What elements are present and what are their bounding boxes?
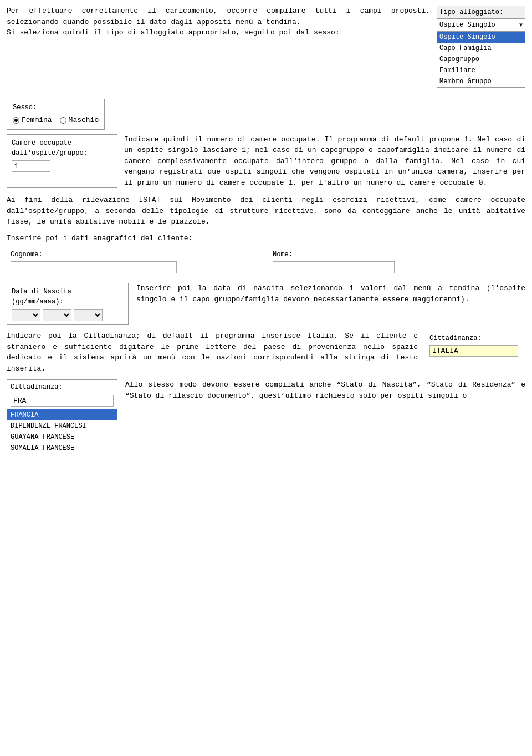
list-item[interactable]: Membro Gruppo (437, 76, 525, 87)
nascita-text-content: Inserire poi la data di nascita selezion… (136, 283, 525, 305)
cittadinanza-paragraph: Indicare poi la Cittadinanza; di default… (7, 331, 418, 374)
sesso-label: Sesso: (13, 103, 99, 113)
fra-section: Cittadinanza: FRANCIA DIPENDENZE FRANCES… (7, 379, 525, 454)
nascita-gg-select[interactable] (12, 309, 40, 321)
cittadinanza-box: Cittadinanza: (426, 331, 525, 359)
istat-text: Ai fini della rilevazione ISTAT sul Movi… (7, 195, 525, 227)
camere-input[interactable] (12, 160, 50, 172)
tipo-alloggiato-box: Tipo alloggiato: Ospite Singolo ▼ Ospite… (437, 6, 525, 88)
cittadinanza-label: Cittadinanza: (429, 333, 521, 343)
camere-text: Indicare quindi il numero di camere occu… (124, 134, 525, 189)
nascita-paragraph: Inserire poi la data di nascita selezion… (136, 283, 525, 305)
fra-input[interactable] (11, 395, 114, 407)
nome-label: Nome: (273, 250, 521, 260)
camere-paragraph: Indicare quindi il numero di camere occu… (124, 134, 525, 189)
camere-block: Camere occupate dall'ospite/gruppo: Indi… (7, 134, 525, 189)
fra-right-text: Allo stesso modo devono essere compilati… (125, 379, 525, 454)
cittadinanza-section: Indicare poi la Cittadinanza; di default… (7, 331, 525, 374)
list-item[interactable]: Capo Famiglia (437, 43, 525, 54)
nascita-label: Data di Nascita (gg/mm/aaaa): (12, 287, 124, 307)
list-item[interactable]: Familiare (437, 65, 525, 76)
cognome-nome-row: Cognome: Nome: (7, 247, 525, 276)
istat-paragraph: Ai fini della rilevazione ISTAT sul Movi… (7, 195, 525, 227)
dati-anagrafici-section: Inserire poi i dati anagrafici del clien… (7, 233, 525, 277)
tipo-alloggiato-list: Ospite Singolo Capo Famiglia Capogruppo … (437, 32, 525, 87)
nascita-aaaa-select[interactable] (74, 309, 103, 321)
nascita-input-box: Data di Nascita (gg/mm/aaaa): (7, 283, 129, 325)
fra-label: Cittadinanza: (7, 380, 117, 394)
maschio-radio-dot[interactable] (60, 117, 66, 124)
nome-box: Nome: (269, 247, 525, 276)
tipo-alloggiato-label: Tipo alloggiato: (437, 6, 525, 19)
dati-intro: Inserire poi i dati anagrafici del clien… (7, 233, 525, 244)
intro-paragraph: Per effettuare correttamente il caricame… (7, 6, 430, 38)
list-item[interactable]: SOMALIA FRANCESE (7, 443, 117, 454)
fra-dropdown-box: Cittadinanza: FRANCIA DIPENDENZE FRANCES… (7, 379, 117, 454)
nome-input[interactable] (273, 261, 395, 273)
fra-list: FRANCIA DIPENDENZE FRANCESI GUAYANA FRAN… (7, 409, 117, 454)
list-item[interactable]: Capogruppo (437, 54, 525, 65)
cittadinanza-input[interactable] (429, 345, 518, 357)
sesso-maschio-option[interactable]: Maschio (60, 115, 99, 126)
nascita-section: Data di Nascita (gg/mm/aaaa): Inserire p… (7, 283, 525, 325)
sesso-box: Sesso: Femmina Maschio (7, 99, 105, 130)
intro-block: Per effettuare correttamente il caricame… (7, 6, 525, 88)
list-item[interactable]: GUAYANA FRANCESE (7, 432, 117, 443)
sesso-femmina-label: Femmina (22, 115, 52, 126)
list-item[interactable]: FRANCIA (7, 409, 117, 420)
cognome-label: Cognome: (11, 250, 259, 260)
femmina-radio-dot[interactable] (13, 117, 19, 124)
fra-input-wrap (7, 394, 117, 408)
camere-label: Camere occupate dall'ospite/gruppo: (12, 138, 112, 158)
fra-paragraph: Allo stesso modo devono essere compilati… (125, 379, 525, 401)
sesso-maschio-label: Maschio (69, 115, 99, 126)
sesso-radio-group: Femmina Maschio (13, 115, 99, 126)
list-item[interactable]: Ospite Singolo (437, 32, 525, 43)
sesso-femmina-option[interactable]: Femmina (13, 115, 52, 126)
nascita-mm-select[interactable] (43, 309, 71, 321)
intro-text: Per effettuare correttamente il caricame… (7, 6, 430, 88)
nascita-selects (12, 309, 124, 321)
camere-input-box: Camere occupate dall'ospite/gruppo: (7, 134, 117, 189)
cognome-box: Cognome: (7, 247, 263, 276)
cognome-input[interactable] (11, 261, 177, 273)
list-item[interactable]: DIPENDENZE FRANCESI (7, 420, 117, 432)
cittadinanza-left-text: Indicare poi la Cittadinanza; di default… (7, 331, 418, 374)
camere-section: Camere occupate dall'ospite/gruppo: Indi… (7, 134, 525, 189)
tipo-alloggiato-dropdown-arrow[interactable]: ▼ (519, 21, 523, 29)
tipo-alloggiato-selected: Ospite Singolo (439, 20, 519, 30)
